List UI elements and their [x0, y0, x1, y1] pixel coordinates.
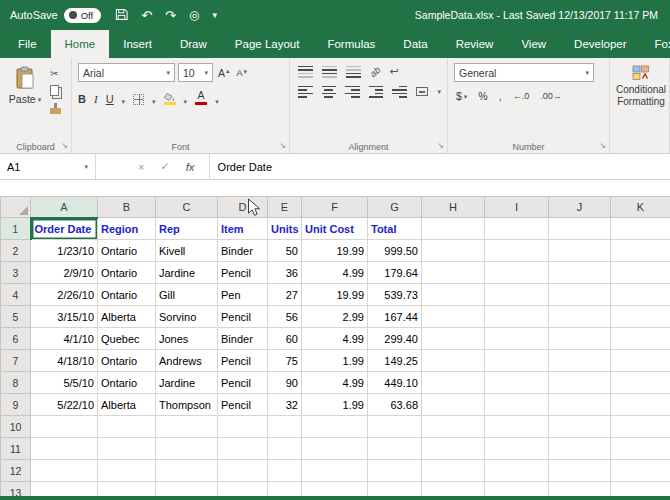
select-all-button[interactable] [1, 197, 31, 218]
cell-j11[interactable] [549, 438, 611, 460]
cell-b6[interactable]: Quebec [98, 328, 156, 350]
cell-a9[interactable]: 5/22/10 [31, 394, 98, 416]
fill-color-dropdown-icon[interactable]: ▾ [184, 98, 188, 105]
cell-j9[interactable] [549, 394, 611, 416]
customize-quick-access-icon[interactable]: ▾ [213, 11, 218, 20]
cell-k7[interactable] [611, 350, 670, 372]
tab-foxit[interactable]: Foxit [641, 30, 670, 58]
undo-icon[interactable]: ↶ [141, 9, 152, 22]
cell-d10[interactable] [218, 416, 268, 438]
tab-data[interactable]: Data [389, 30, 441, 58]
cell-k1[interactable] [611, 218, 670, 240]
name-box[interactable]: A1 ▾ [0, 154, 96, 179]
cell-g3[interactable]: 179.64 [368, 262, 422, 284]
row-header-11[interactable]: 11 [1, 438, 31, 460]
font-color-button[interactable]: A [195, 90, 207, 105]
cancel-icon[interactable]: × [138, 161, 144, 173]
cell-h4[interactable] [422, 284, 485, 306]
cell-g11[interactable] [368, 438, 422, 460]
row-header-1[interactable]: 1 [1, 218, 31, 240]
cell-b2[interactable]: Ontario [98, 240, 156, 262]
tab-formulas[interactable]: Formulas [313, 30, 389, 58]
row-header-4[interactable]: 4 [1, 284, 31, 306]
conditional-formatting-button[interactable]: Conditional Formatting [616, 63, 666, 138]
cell-j12[interactable] [549, 460, 611, 482]
number-dialog-launcher-icon[interactable]: ↘ [599, 142, 606, 150]
bottom-align-icon[interactable] [346, 66, 361, 78]
cell-f8[interactable]: 4.99 [302, 372, 368, 394]
cell-a7[interactable]: 4/18/10 [31, 350, 98, 372]
column-header-a[interactable]: A [31, 197, 98, 218]
cell-b1[interactable]: Region [98, 218, 156, 240]
cell-c3[interactable]: Jardine [156, 262, 218, 284]
cell-j2[interactable] [549, 240, 611, 262]
middle-align-icon[interactable] [322, 66, 337, 78]
underline-button[interactable]: U [106, 93, 114, 105]
cell-c7[interactable]: Andrews [156, 350, 218, 372]
decrease-indent-icon[interactable] [369, 86, 384, 98]
fill-color-button[interactable] [164, 93, 176, 105]
cell-c5[interactable]: Sorvino [156, 306, 218, 328]
cell-g6[interactable]: 299.40 [368, 328, 422, 350]
number-format-select[interactable]: General ▾ [454, 63, 594, 82]
cell-i5[interactable] [485, 306, 549, 328]
cell-d3[interactable]: Pencil [218, 262, 268, 284]
cell-j8[interactable] [549, 372, 611, 394]
merge-center-icon[interactable] [416, 87, 429, 96]
cell-e10[interactable] [268, 416, 302, 438]
font-size-select[interactable]: 10 ▾ [178, 63, 213, 82]
cell-h7[interactable] [422, 350, 485, 372]
row-header-9[interactable]: 9 [1, 394, 31, 416]
cell-j5[interactable] [549, 306, 611, 328]
cell-a5[interactable]: 3/15/10 [31, 306, 98, 328]
cell-d5[interactable]: Pencil [218, 306, 268, 328]
cell-b3[interactable]: Ontario [98, 262, 156, 284]
row-header-7[interactable]: 7 [1, 350, 31, 372]
column-header-g[interactable]: G [368, 197, 422, 218]
cell-j3[interactable] [549, 262, 611, 284]
cell-h8[interactable] [422, 372, 485, 394]
font-dialog-launcher-icon[interactable]: ↘ [279, 142, 286, 150]
percent-style-button[interactable]: % [478, 90, 487, 102]
borders-dropdown-icon[interactable]: ▾ [152, 98, 156, 105]
cell-k5[interactable] [611, 306, 670, 328]
cell-f7[interactable]: 1.99 [302, 350, 368, 372]
insert-function-icon[interactable]: fx [186, 161, 195, 173]
cell-g4[interactable]: 539.73 [368, 284, 422, 306]
cell-c12[interactable] [156, 460, 218, 482]
cell-e2[interactable]: 50 [268, 240, 302, 262]
formula-input[interactable]: Order Date [210, 154, 670, 179]
cell-b4[interactable]: Ontario [98, 284, 156, 306]
cell-h5[interactable] [422, 306, 485, 328]
cell-d7[interactable]: Pencil [218, 350, 268, 372]
row-header-12[interactable]: 12 [1, 460, 31, 482]
align-center-icon[interactable] [322, 86, 337, 98]
cell-d6[interactable]: Binder [218, 328, 268, 350]
cell-g8[interactable]: 449.10 [368, 372, 422, 394]
cell-a3[interactable]: 2/9/10 [31, 262, 98, 284]
cell-h2[interactable] [422, 240, 485, 262]
cell-f6[interactable]: 4.99 [302, 328, 368, 350]
cell-a8[interactable]: 5/5/10 [31, 372, 98, 394]
cell-f11[interactable] [302, 438, 368, 460]
cell-j1[interactable] [549, 218, 611, 240]
cell-k11[interactable] [611, 438, 670, 460]
cell-e6[interactable]: 60 [268, 328, 302, 350]
cell-e9[interactable]: 32 [268, 394, 302, 416]
row-header-6[interactable]: 6 [1, 328, 31, 350]
cell-e11[interactable] [268, 438, 302, 460]
cell-k3[interactable] [611, 262, 670, 284]
cell-i2[interactable] [485, 240, 549, 262]
cell-i8[interactable] [485, 372, 549, 394]
comma-style-button[interactable]: , [499, 90, 502, 102]
cell-i9[interactable] [485, 394, 549, 416]
cell-j4[interactable] [549, 284, 611, 306]
cell-b11[interactable] [98, 438, 156, 460]
cell-f1[interactable]: Unit Cost [302, 218, 368, 240]
cell-i4[interactable] [485, 284, 549, 306]
align-right-icon[interactable] [345, 86, 360, 98]
save-icon[interactable] [115, 8, 128, 23]
cell-b9[interactable]: Alberta [98, 394, 156, 416]
cell-c9[interactable]: Thompson [156, 394, 218, 416]
accounting-format-button[interactable]: $ ▾ [456, 90, 467, 102]
